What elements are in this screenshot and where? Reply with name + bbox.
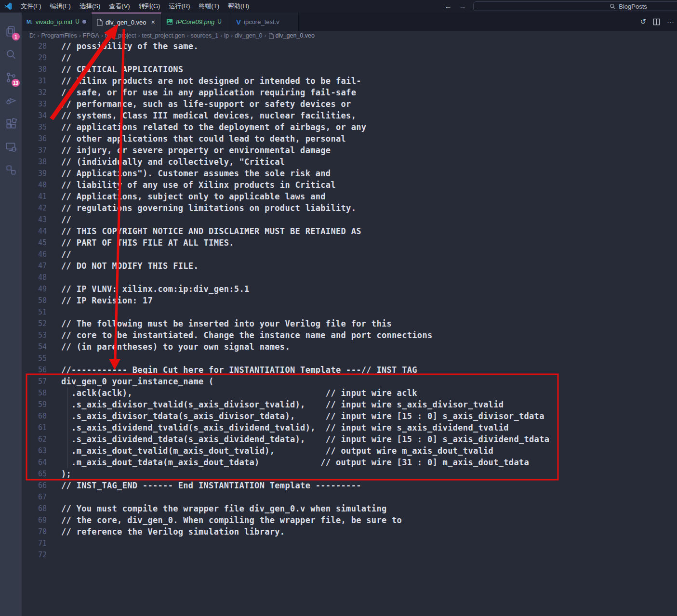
code-line-row[interactable]: 45 // PART OF THIS FILE AT ALL TIMES.: [22, 237, 677, 249]
menu-selection[interactable]: 选择(S): [75, 0, 105, 13]
breadcrumb-item[interactable]: ProgramFiles: [41, 32, 77, 39]
breadcrumb-item[interactable]: div_gen_0: [235, 32, 263, 39]
sidebar-item-extensions[interactable]: [0, 113, 22, 135]
code-line-row[interactable]: 56 //----------- Begin Cut here for INST…: [22, 364, 677, 376]
code-line-row[interactable]: 64 .m_axis_dout_tdata(m_axis_dout_tdata)…: [22, 457, 677, 468]
code-line-row[interactable]: 40 // liability of any use of Xilinx pro…: [22, 179, 677, 191]
code-line-row[interactable]: 41 // Applications, subject only to appl…: [22, 191, 677, 202]
code-text: // (in parentheses) to your own signal n…: [61, 341, 290, 353]
code-line-row[interactable]: 32 // safe, or for use in any applicatio…: [22, 87, 677, 98]
code-text: // DO NOT MODIFY THIS FILE.: [61, 260, 199, 272]
code-line-row[interactable]: 63 .m_axis_dout_tvalid(m_axis_dout_tvali…: [22, 445, 677, 457]
code-line-row[interactable]: 35 // applications related to the deploy…: [22, 121, 677, 133]
code-line-row[interactable]: 70 // reference the Verilog simulation l…: [22, 526, 677, 537]
code-text: // possibility of the same.: [61, 40, 199, 52]
code-line-row[interactable]: 36 // other applications that could lead…: [22, 133, 677, 144]
code-line-row[interactable]: 31 // Xilinx products are not designed o…: [22, 75, 677, 87]
code-line-row[interactable]: 34 // systems, Class III medical devices…: [22, 110, 677, 121]
code-line-row[interactable]: 38 // (individually and collectively, "C…: [22, 156, 677, 168]
remote-explorer-icon: [5, 141, 17, 153]
code-line-row[interactable]: 46 //: [22, 249, 677, 260]
code-text: //: [61, 249, 71, 260]
code-text: // other applications that could lead to…: [61, 133, 346, 144]
code-line-row[interactable]: 72: [22, 549, 677, 561]
breadcrumb-item[interactable]: sources_1: [190, 32, 218, 39]
code-text: // Xilinx products are not designed or i…: [61, 75, 361, 87]
sidebar-item-run-debug[interactable]: [0, 90, 22, 112]
code-text: // IP VLNV: xilinx.com:ip:div_gen:5.1: [61, 283, 250, 295]
code-line-row[interactable]: 28 // possibility of the same.: [22, 40, 677, 52]
nav-forward-icon[interactable]: →: [457, 0, 468, 13]
close-icon[interactable]: ×: [151, 18, 155, 26]
code-line-row[interactable]: 44 // THIS COPYRIGHT NOTICE AND DISCLAIM…: [22, 225, 677, 237]
line-number: 34: [22, 110, 47, 121]
split-editor-icon[interactable]: [653, 18, 660, 26]
tab-ipcore09-png[interactable]: IPCore09.png U: [161, 13, 231, 31]
code-line-row[interactable]: 42 // regulations governing limitations …: [22, 202, 677, 214]
menu-file[interactable]: 文件(F): [16, 0, 46, 13]
code-line-row[interactable]: 62 .s_axis_dividend_tdata(s_axis_dividen…: [22, 433, 677, 445]
menu-help[interactable]: 帮助(H): [224, 0, 253, 13]
timeline-icon[interactable]: ↺: [640, 17, 646, 26]
nav-back-icon[interactable]: ←: [442, 0, 454, 13]
code-line-row[interactable]: 53 // core to be instantiated. Change th…: [22, 329, 677, 341]
code-line-row[interactable]: 67: [22, 491, 677, 503]
code-line-row[interactable]: 54 // (in parentheses) to your own signa…: [22, 341, 677, 353]
menu-go[interactable]: 转到(G): [134, 0, 165, 13]
sidebar-item-search[interactable]: [0, 43, 22, 66]
code-line-row[interactable]: 29 //: [22, 52, 677, 64]
code-line-row[interactable]: 59 .s_axis_divisor_tvalid(s_axis_divisor…: [22, 399, 677, 410]
more-actions-icon[interactable]: ···: [667, 18, 674, 26]
code-line-row[interactable]: 57 div_gen_0 your_instance_name (: [22, 376, 677, 387]
code-line-row[interactable]: 33 // performance, such as life-support …: [22, 98, 677, 110]
breadcrumb-item[interactable]: test_project.gen: [142, 32, 185, 39]
breadcrumb-item[interactable]: D:: [29, 32, 36, 39]
sidebar-item-remote-explorer[interactable]: [0, 136, 22, 158]
command-center-search[interactable]: BlogPosts: [473, 1, 677, 11]
code-text: // core to be instantiated. Change the i…: [61, 329, 433, 341]
tab-label: IPCore09.png: [176, 18, 214, 26]
line-number: 47: [22, 260, 47, 272]
code-line-row[interactable]: 51: [22, 306, 677, 318]
sidebar-item-explorer[interactable]: 1: [0, 20, 22, 42]
line-number: 67: [22, 491, 47, 503]
code-line-row[interactable]: 49 // IP VLNV: xilinx.com:ip:div_gen:5.1: [22, 283, 677, 295]
code-line-row[interactable]: 68 // You must compile the wrapper file …: [22, 503, 677, 514]
menu-view[interactable]: 查看(V): [105, 0, 134, 13]
code-line-row[interactable]: 65 );: [22, 468, 677, 480]
code-line-row[interactable]: 47 // DO NOT MODIFY THIS FILE.: [22, 260, 677, 272]
code-line-row[interactable]: 52 // The following must be inserted int…: [22, 318, 677, 329]
code-line-row[interactable]: 55: [22, 353, 677, 364]
tab-label: vivado_ip.md: [36, 18, 73, 26]
code-line-row[interactable]: 60 .s_axis_divisor_tdata(s_axis_divisor_…: [22, 410, 677, 422]
breadcrumb-file[interactable]: div_gen_0.veo: [268, 32, 315, 39]
tab-vivado-ip-md[interactable]: M↓ vivado_ip.md U: [22, 13, 92, 31]
menu-edit[interactable]: 编辑(E): [46, 0, 75, 13]
code-line-row[interactable]: 71: [22, 537, 677, 549]
code-line-row[interactable]: 37 // injury, or severe property or envi…: [22, 144, 677, 156]
source-control-badge: 13: [12, 79, 20, 87]
code-line-row[interactable]: 43 //: [22, 214, 677, 225]
code-line-row[interactable]: 58 .aclk(aclk), // input wire aclk: [22, 387, 677, 399]
line-number: 65: [22, 468, 47, 480]
breadcrumb-item[interactable]: ip: [224, 32, 229, 39]
code-editor[interactable]: 28 // possibility of the same. 29 // 30 …: [22, 40, 677, 561]
tab-ipcore-test-v[interactable]: V ipcore_test.v: [231, 13, 299, 31]
breadcrumb-item[interactable]: test_project: [105, 32, 136, 39]
tab-div-gen-0-veo[interactable]: div_gen_0.veo ×: [92, 13, 161, 31]
code-line-row[interactable]: 50 // IP Revision: 17: [22, 295, 677, 306]
sidebar-item-source-control[interactable]: 13: [0, 66, 22, 89]
code-line-row[interactable]: 39 // Applications"). Customer assumes t…: [22, 168, 677, 179]
code-line-row[interactable]: 69 // the core, div_gen_0. When compilin…: [22, 514, 677, 526]
code-line-row[interactable]: 61 .s_axis_dividend_tvalid(s_axis_divide…: [22, 422, 677, 433]
line-number: 56: [22, 364, 47, 376]
menu-terminal[interactable]: 终端(T): [194, 0, 224, 13]
menu-run[interactable]: 运行(R): [164, 0, 194, 13]
code-line-row[interactable]: 66 // INST_TAG_END ------ End INSTANTIAT…: [22, 480, 677, 491]
breadcrumb-item[interactable]: FPGA: [83, 32, 99, 39]
code-line-row[interactable]: 30 // CRITICAL APPLICATIONS: [22, 64, 677, 75]
verilog-icon: V: [236, 18, 241, 26]
code-line-row[interactable]: 48: [22, 272, 677, 283]
sidebar-item-hierarchy[interactable]: [0, 159, 22, 181]
line-number: 55: [22, 353, 47, 364]
